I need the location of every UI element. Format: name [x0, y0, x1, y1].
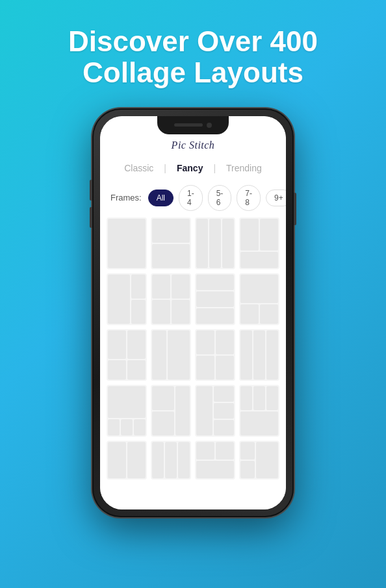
frame-pill-7-8[interactable]: 7-8 [237, 185, 261, 211]
grid-row [107, 329, 279, 381]
grid-row [107, 217, 279, 269]
frames-bar: Frames: All 1-4 5-6 7-8 9+ [100, 182, 286, 217]
layout-item[interactable] [239, 441, 279, 480]
layout-item[interactable] [151, 441, 191, 480]
grid-row [107, 385, 279, 437]
layout-item[interactable] [107, 217, 147, 269]
grid-row [107, 273, 279, 325]
layout-item[interactable] [151, 329, 191, 381]
layout-item[interactable] [107, 273, 147, 325]
layout-item[interactable] [239, 385, 279, 437]
power-button [294, 193, 296, 225]
layout-item[interactable] [107, 441, 147, 480]
grid-row [107, 441, 279, 480]
phone-screen: Pic Stitch Classic | Fancy | Trending Fr… [100, 116, 286, 509]
layout-item[interactable] [195, 273, 235, 325]
frame-pill-all[interactable]: All [148, 190, 174, 206]
layout-item[interactable] [195, 441, 235, 480]
tab-classic[interactable]: Classic [114, 160, 164, 176]
notch [157, 116, 229, 134]
layout-item[interactable] [239, 329, 279, 381]
frames-label: Frames: [110, 193, 142, 202]
layout-item[interactable] [151, 217, 191, 269]
collage-grid [100, 217, 286, 509]
volume-down-button [90, 207, 92, 228]
speaker [174, 123, 203, 127]
layout-item[interactable] [239, 273, 279, 325]
layout-item[interactable] [107, 329, 147, 381]
frame-pill-1-4[interactable]: 1-4 [179, 185, 203, 211]
hero-title: Discover Over 400 Collage Layouts [42, 26, 344, 89]
layout-item[interactable] [151, 385, 191, 437]
phone-shell: Pic Stitch Classic | Fancy | Trending Fr… [92, 108, 294, 517]
tab-bar: Classic | Fancy | Trending [100, 156, 286, 182]
app-content: Pic Stitch Classic | Fancy | Trending Fr… [100, 116, 286, 509]
layout-item[interactable] [195, 329, 235, 381]
layout-item[interactable] [195, 385, 235, 437]
tab-fancy[interactable]: Fancy [166, 160, 213, 176]
layout-item[interactable] [239, 217, 279, 269]
tab-trending[interactable]: Trending [216, 160, 272, 176]
hero-title-line2: Collage Layouts [83, 56, 303, 88]
layout-item[interactable] [195, 217, 235, 269]
volume-up-button [90, 180, 92, 201]
hero-title-line1: Discover Over 400 [68, 25, 318, 57]
layout-item[interactable] [107, 385, 147, 437]
phone-mockup: Pic Stitch Classic | Fancy | Trending Fr… [92, 108, 294, 517]
frame-pill-9plus[interactable]: 9+ [266, 190, 286, 206]
camera [207, 123, 212, 128]
layout-item[interactable] [151, 273, 191, 325]
frame-pill-5-6[interactable]: 5-6 [208, 185, 232, 211]
app-logo: Pic Stitch [100, 140, 286, 151]
